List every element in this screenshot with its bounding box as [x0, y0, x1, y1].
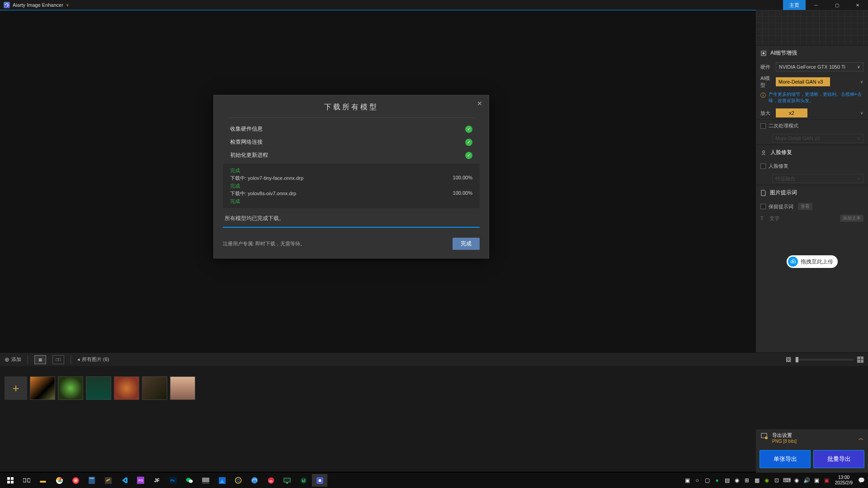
- add-image-tile[interactable]: +: [5, 376, 27, 400]
- sublime-icon[interactable]: [100, 474, 116, 487]
- thumbnail-strip: +: [0, 366, 868, 410]
- svg-rect-15: [90, 478, 94, 479]
- tray-icon[interactable]: ▢: [703, 476, 711, 484]
- face-repair-checkbox[interactable]: [760, 164, 766, 169]
- titlebar-left: Aiarty Image Enhancer ∨: [4, 2, 69, 8]
- photoshop-icon[interactable]: Ps: [165, 474, 181, 487]
- all-images-link[interactable]: ◂ 所有图片 (6): [77, 356, 109, 363]
- view-prompt-button[interactable]: 查看: [798, 203, 812, 210]
- svg-point-13: [72, 477, 79, 484]
- tray-nvidia-icon[interactable]: ◉: [763, 476, 771, 484]
- maximize-button[interactable]: ▢: [826, 0, 847, 10]
- model-select[interactable]: More-Detail GAN v3: [776, 77, 830, 86]
- tray-icon[interactable]: ▦: [753, 476, 761, 484]
- document-icon: [760, 190, 766, 196]
- face-icon: [760, 150, 767, 156]
- second-pass-checkbox[interactable]: [760, 123, 766, 129]
- expand-icon[interactable]: ︽: [859, 435, 863, 441]
- thumbnail[interactable]: [170, 376, 195, 400]
- upload-chip[interactable]: 拖拽至此上传: [787, 255, 838, 268]
- thumbnail[interactable]: [114, 376, 139, 400]
- chevron-down-icon[interactable]: ∨: [860, 111, 863, 115]
- text-icon: T: [760, 216, 767, 221]
- zoom-slider[interactable]: [795, 359, 854, 361]
- svg-rect-5: [7, 477, 10, 480]
- add-images-button[interactable]: ⊕ 添加: [5, 356, 21, 363]
- app-jf-icon[interactable]: JF: [149, 474, 165, 487]
- keep-prompt-checkbox[interactable]: [760, 204, 766, 209]
- tray-wechat-icon[interactable]: ●: [713, 476, 721, 484]
- minimize-button[interactable]: ─: [806, 0, 826, 10]
- titlebar-right: 主页 ─ ▢ ✕: [783, 0, 868, 10]
- app-red-icon[interactable]: dp: [263, 474, 278, 487]
- scale-select[interactable]: x2: [776, 108, 807, 117]
- image-zoom-icon: 🖼: [786, 357, 791, 363]
- svg-rect-9: [23, 479, 26, 482]
- svg-point-27: [237, 479, 240, 482]
- tray-icon[interactable]: ▣: [812, 476, 821, 484]
- section-face-label: 人脸修复: [770, 149, 792, 156]
- thumbnail[interactable]: [142, 376, 167, 400]
- taskbar-clock[interactable]: 13:00 2025/2/9: [832, 475, 855, 486]
- app-cloud-icon[interactable]: [247, 474, 262, 487]
- app-circle-icon[interactable]: [231, 474, 246, 487]
- separator: [71, 356, 71, 364]
- hardware-select[interactable]: NVIDIA GeForce GTX 1050 Ti ∨: [776, 62, 863, 71]
- empty-area: [0, 410, 868, 472]
- modal-close-button[interactable]: ✕: [477, 100, 482, 107]
- thumbnail[interactable]: [86, 376, 111, 400]
- file-explorer-icon[interactable]: ▬: [35, 474, 51, 487]
- tray-icon[interactable]: ▣: [683, 476, 691, 484]
- face-blend-value: 特征融合: [775, 175, 795, 182]
- check-icon: ✓: [465, 139, 472, 146]
- tray-icon[interactable]: ⊞: [743, 476, 751, 484]
- tray-icon[interactable]: ▣: [822, 476, 830, 484]
- app-gray-icon[interactable]: [198, 474, 213, 487]
- download1-name: 下载中: yolov7-tiny-face.onnx.drp: [230, 175, 303, 182]
- task-view-button[interactable]: [19, 474, 34, 487]
- step-init-label: 初始化更新进程: [230, 151, 268, 159]
- tray-icon[interactable]: ▤: [723, 476, 731, 484]
- vscode-icon[interactable]: [117, 474, 132, 487]
- phpstorm-icon[interactable]: PS: [133, 474, 148, 487]
- tray-icon[interactable]: ⊡: [773, 476, 781, 484]
- grid-toggle-button[interactable]: [857, 357, 863, 363]
- app-green-circle-icon[interactable]: [296, 474, 311, 487]
- chrome-canary-icon[interactable]: [68, 474, 83, 487]
- app-title: Aiarty Image Enhancer: [13, 2, 63, 8]
- wechat-icon[interactable]: [182, 474, 197, 487]
- svg-point-22: [189, 479, 193, 483]
- view-grid-button[interactable]: ▦: [34, 355, 46, 364]
- system-tray: ▣ ○ ▢ ● ▤ ◉ ⊞ ▦ ◉ ⊡ ⌨ ◉ 🔊 ▣ ▣ 13:00 2025…: [683, 475, 865, 486]
- clock-date: 2025/2/9: [835, 480, 853, 486]
- thumbnail[interactable]: [30, 376, 55, 400]
- modal-done-button[interactable]: 完成: [453, 238, 480, 250]
- chevron-down-icon[interactable]: ∨: [860, 80, 863, 84]
- model-value: More-Detail GAN v3: [778, 79, 823, 84]
- aiarty-taskbar-icon[interactable]: [312, 474, 327, 487]
- svg-text:Ps: Ps: [170, 479, 175, 483]
- tray-wifi-icon[interactable]: ◉: [793, 476, 801, 484]
- thumbnail[interactable]: [58, 376, 83, 400]
- view-compare-button[interactable]: □□: [52, 355, 64, 364]
- tray-volume-icon[interactable]: 🔊: [802, 476, 811, 484]
- tray-icon[interactable]: ○: [693, 476, 701, 484]
- app-monitor-icon[interactable]: [279, 474, 295, 487]
- home-button[interactable]: 主页: [783, 0, 806, 10]
- scale-value: x2: [789, 110, 794, 116]
- start-button[interactable]: [3, 474, 18, 487]
- single-export-button[interactable]: 单张导出: [760, 450, 811, 468]
- close-button[interactable]: ✕: [847, 0, 868, 10]
- download2-percent: 100.00%: [453, 190, 472, 197]
- add-text-button[interactable]: 添加文本: [840, 215, 863, 222]
- tray-icon[interactable]: ◉: [733, 476, 741, 484]
- chevron-down-icon[interactable]: ∨: [66, 3, 69, 7]
- tray-keyboard-icon[interactable]: ⌨: [783, 476, 791, 484]
- svg-rect-31: [284, 478, 290, 482]
- batch-export-button[interactable]: 批量导出: [813, 450, 864, 468]
- calculator-icon[interactable]: [84, 474, 99, 487]
- app-blue-icon[interactable]: [214, 474, 230, 487]
- chrome-icon[interactable]: [52, 474, 67, 487]
- svg-rect-32: [286, 483, 288, 483]
- notifications-icon[interactable]: 💬: [857, 476, 865, 484]
